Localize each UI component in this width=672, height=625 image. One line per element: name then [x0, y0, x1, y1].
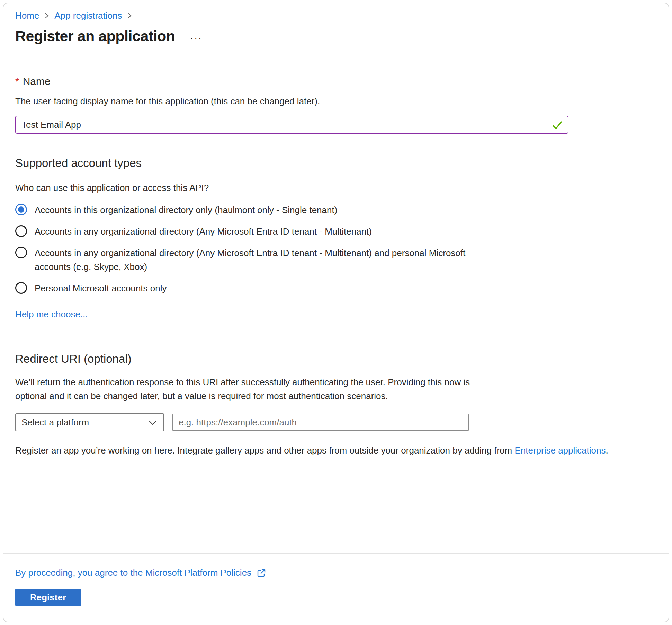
radio-multitenant-personal[interactable]: Accounts in any organizational directory… [15, 246, 657, 274]
page-title: Register an application [15, 27, 175, 45]
name-description: The user-facing display name for this ap… [15, 95, 657, 107]
enterprise-apps-note: Register an app you’re working on here. … [15, 444, 657, 457]
app-name-input[interactable] [15, 116, 568, 134]
platform-select-dropdown[interactable]: Select a platform [15, 413, 164, 431]
name-label: *Name [15, 75, 657, 88]
redirect-uri-description: We’ll return the authentication response… [15, 375, 498, 403]
redirect-uri-input[interactable] [172, 414, 469, 431]
breadcrumb-app-registrations-link[interactable]: App registrations [54, 10, 122, 21]
radio-button-icon [15, 247, 27, 258]
radio-personal-only[interactable]: Personal Microsoft accounts only [15, 281, 657, 295]
enterprise-applications-link[interactable]: Enterprise applications [514, 445, 606, 456]
external-link-icon [256, 568, 267, 578]
radio-label: Accounts in any organizational directory… [35, 246, 495, 274]
valid-checkmark-icon [551, 119, 563, 132]
radio-button-icon [15, 282, 27, 294]
register-application-page: Home App registrations Register an appli… [3, 3, 669, 622]
radio-multitenant[interactable]: Accounts in any organizational directory… [15, 225, 657, 238]
enterprise-note-text: Register an app you’re working on here. … [15, 445, 514, 456]
platform-policies-link[interactable]: By proceeding, you agree to the Microsof… [15, 567, 251, 578]
radio-label: Personal Microsoft accounts only [35, 281, 167, 295]
supported-account-types-heading: Supported account types [15, 156, 657, 170]
register-button[interactable]: Register [15, 589, 81, 606]
radio-single-tenant[interactable]: Accounts in this organizational director… [15, 203, 657, 217]
radio-button-icon [15, 204, 27, 215]
help-me-choose-link[interactable]: Help me choose... [15, 309, 88, 320]
radio-button-icon [15, 225, 27, 237]
enterprise-note-period: . [606, 445, 608, 456]
main-content: Home App registrations Register an appli… [3, 3, 669, 553]
redirect-uri-heading: Redirect URI (optional) [15, 352, 657, 366]
chevron-down-icon [148, 417, 157, 428]
radio-label: Accounts in this organizational director… [35, 203, 337, 217]
platform-select-value: Select a platform [21, 417, 89, 428]
required-asterisk: * [15, 76, 19, 87]
chevron-right-icon [44, 11, 50, 20]
page-footer: By proceeding, you agree to the Microsof… [3, 553, 669, 622]
radio-label: Accounts in any organizational directory… [35, 225, 372, 238]
name-label-text: Name [23, 76, 51, 87]
account-types-question: Who can use this application or access t… [15, 182, 657, 194]
breadcrumb-home-link[interactable]: Home [15, 10, 39, 21]
chevron-right-icon [127, 11, 132, 20]
more-options-button[interactable]: ··· [190, 31, 203, 41]
breadcrumb: Home App registrations [15, 10, 657, 21]
account-type-radio-group: Accounts in this organizational director… [15, 203, 657, 295]
